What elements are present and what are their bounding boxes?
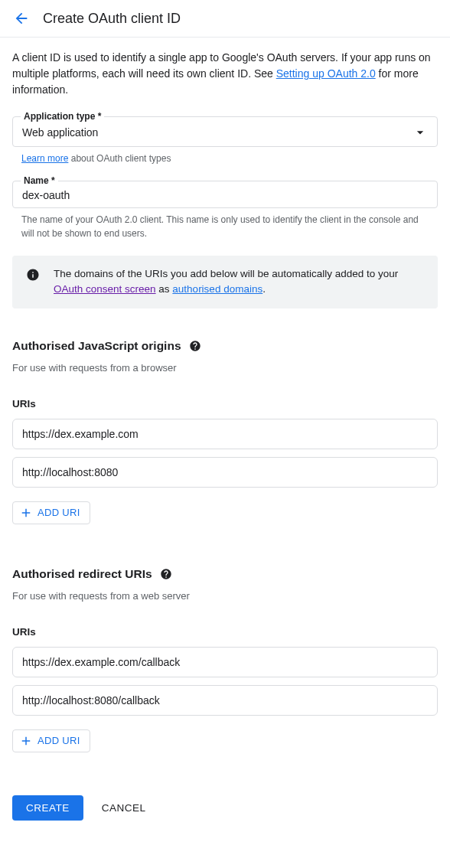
intro-text: A client ID is used to identify a single… [12,50,438,98]
info-text-mid: as [156,283,173,295]
js-origins-section: Authorised JavaScript origins For use wi… [12,339,438,524]
js-origin-uri-input[interactable] [22,466,428,478]
redirect-uri-field [12,685,438,716]
page-title: Create OAuth client ID [43,11,181,27]
add-uri-label: ADD URI [38,507,80,518]
name-helper: The name of your OAuth 2.0 client. This … [12,213,438,240]
chevron-down-icon [412,125,428,140]
info-text-after: . [262,283,266,295]
page-header: Create OAuth client ID [0,0,450,38]
info-text-before: The domains of the URIs you add below wi… [54,268,398,279]
name-field-container: Name * [12,181,438,208]
add-js-origin-button[interactable]: ADD URI [12,501,90,524]
add-redirect-uri-button[interactable]: ADD URI [12,729,90,752]
help-icon[interactable] [160,568,172,580]
js-origin-uri-field [12,457,438,488]
consent-screen-link[interactable]: OAuth consent screen [54,283,156,295]
add-uri-label: ADD URI [38,735,80,746]
redirect-uri-field [12,647,438,677]
authorised-domains-link[interactable]: authorised domains [172,283,262,295]
info-box: The domains of the URIs you add below wi… [12,256,438,308]
application-type-value: Web application [22,126,98,139]
application-type-label: Application type * [21,111,104,122]
js-origins-sub: For use with requests from a browser [12,362,438,374]
info-icon [26,268,40,282]
application-type-helper: Learn more about OAuth client types [12,152,438,165]
footer-buttons: CREATE CANCEL [12,795,438,821]
app-type-helper-text: about OAuth client types [68,153,171,164]
name-label: Name * [21,175,58,186]
plus-icon [19,734,33,748]
redirect-uris-label: URIs [12,626,438,638]
redirect-uris-heading: Authorised redirect URIs [12,567,152,581]
redirect-uri-input[interactable] [22,694,428,706]
redirect-uri-input[interactable] [22,656,428,668]
plus-icon [19,506,33,520]
js-origins-uris-label: URIs [12,398,438,410]
name-input[interactable] [22,186,428,203]
js-origins-heading: Authorised JavaScript origins [12,339,181,353]
help-icon[interactable] [189,340,201,352]
setup-oauth-link[interactable]: Setting up OAuth 2.0 [276,67,376,80]
cancel-button[interactable]: CANCEL [102,802,146,814]
js-origin-uri-field [12,419,438,449]
create-button[interactable]: CREATE [12,795,83,821]
redirect-uris-sub: For use with requests from a web server [12,590,438,602]
js-origin-uri-input[interactable] [22,428,428,440]
redirect-uris-section: Authorised redirect URIs For use with re… [12,567,438,752]
learn-more-link[interactable]: Learn more [21,153,68,164]
back-arrow-icon[interactable] [12,9,31,28]
application-type-select[interactable]: Application type * Web application [12,116,438,147]
